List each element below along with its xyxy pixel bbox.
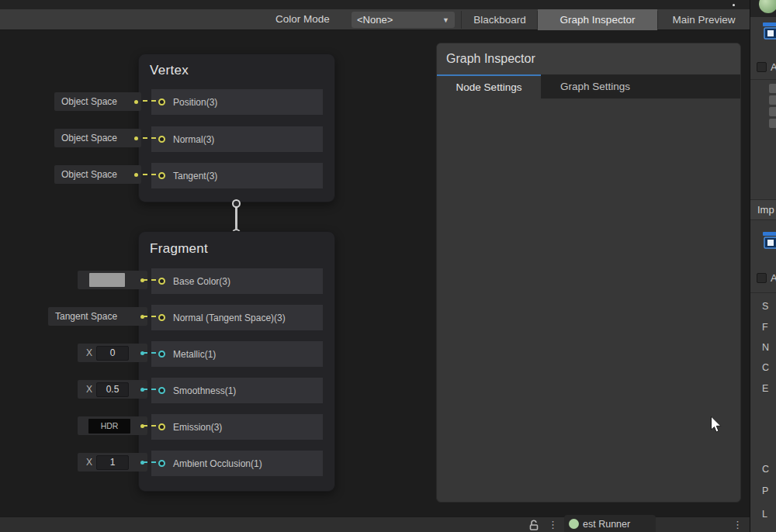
color-mode-value: <None>	[357, 14, 393, 26]
imported-name-label: A	[771, 272, 776, 284]
color-mode-label: Color Mode	[275, 13, 330, 25]
input-port-icon[interactable]	[158, 460, 165, 467]
port-row-normal-ts[interactable]: Normal (Tangent Space)(3)	[151, 305, 323, 330]
port-connector-dash	[143, 425, 156, 427]
status-dot-icon	[569, 519, 579, 529]
inspector-button[interactable]	[769, 95, 776, 105]
port-row-position[interactable]: Position(3)	[151, 89, 323, 115]
position-space-widget[interactable]: Object Space	[54, 92, 141, 111]
port-row-normal[interactable]: Normal(3)	[151, 126, 323, 152]
chevron-down-icon: ▼	[442, 16, 449, 24]
input-port-icon[interactable]	[158, 136, 165, 143]
port-label: Ambient Occlusion(1)	[173, 458, 262, 469]
fragment-node-title: Fragment	[150, 241, 208, 257]
port-label: Normal (Tangent Space)(3)	[173, 313, 286, 323]
property-label: S	[762, 301, 768, 312]
base-color-widget[interactable]	[78, 271, 147, 289]
port-connector-dash	[143, 137, 156, 139]
enabled-checkbox[interactable]	[757, 62, 767, 72]
port-label: Base Color(3)	[173, 276, 230, 287]
shadergraph-asset-icon	[762, 231, 776, 251]
port-connector-dash	[143, 352, 156, 354]
smoothness-value-field[interactable]: 0.5	[96, 382, 129, 397]
stack-edge-top-handle[interactable]	[232, 199, 241, 208]
tab-graph-settings[interactable]: Graph Settings	[541, 74, 650, 98]
space-label: Object Space	[54, 169, 117, 180]
smoothness-value-widget[interactable]: X 0.5	[78, 380, 147, 399]
tangent-space-widget[interactable]: Object Space	[54, 165, 141, 184]
space-label: Tangent Space	[48, 311, 117, 322]
asset-name-label: A	[771, 61, 776, 73]
footer-label: P	[762, 485, 768, 496]
divider	[750, 292, 776, 293]
graph-inspector-panel: Graph Inspector Node Settings Graph Sett…	[436, 43, 741, 503]
status-dot	[733, 4, 735, 6]
normal-space-widget[interactable]: Object Space	[54, 129, 141, 147]
enabled-checkbox[interactable]	[757, 273, 767, 283]
port-row-base-color[interactable]: Base Color(3)	[151, 268, 323, 294]
fragment-node[interactable]: Fragment Base Color(3) Normal (Tangent S…	[138, 231, 335, 492]
port-connector-dash	[143, 316, 156, 317]
metallic-value-field[interactable]: 0	[96, 346, 129, 361]
hdr-color-field[interactable]: HDR	[88, 419, 130, 434]
color-swatch[interactable]	[89, 273, 125, 287]
port-connector-dash	[143, 100, 156, 102]
input-port-icon[interactable]	[158, 278, 165, 285]
inspector-button[interactable]	[769, 107, 776, 116]
footer-label: C	[762, 464, 769, 475]
port-row-tangent[interactable]: Tangent(3)	[151, 163, 323, 188]
port-label: Smoothness(1)	[173, 385, 236, 396]
port-dot-icon	[134, 100, 138, 104]
blackboard-button[interactable]: Blackboard	[462, 9, 537, 30]
port-connector-dash	[143, 279, 156, 281]
vertex-node-title: Vertex	[150, 63, 189, 78]
input-port-icon[interactable]	[158, 172, 165, 179]
vertex-node[interactable]: Vertex Position(3) Normal(3) Tangent(3)	[138, 54, 335, 202]
port-dot-icon	[134, 173, 138, 177]
space-label: Object Space	[54, 96, 117, 107]
input-port-icon[interactable]	[158, 351, 165, 358]
property-label: C	[762, 362, 769, 373]
inspector-button[interactable]	[769, 84, 776, 93]
ambient-occlusion-value-widget[interactable]: X 1	[78, 453, 147, 472]
section-header-label: Imp	[757, 204, 774, 216]
mouse-cursor	[710, 416, 723, 434]
x-prefix-label: X	[86, 384, 92, 395]
graph-inspector-button[interactable]: Graph Inspector	[538, 9, 657, 30]
main-preview-button[interactable]: Main Preview	[658, 9, 750, 30]
port-row-ambient-occlusion[interactable]: Ambient Occlusion(1)	[151, 451, 323, 476]
input-port-icon[interactable]	[158, 314, 165, 321]
port-connector-dash	[143, 174, 156, 175]
port-row-metallic[interactable]: Metallic(1)	[151, 341, 323, 367]
space-label: Object Space	[54, 133, 117, 143]
graph-inspector-header[interactable]: Graph Inspector	[437, 43, 740, 74]
input-port-icon[interactable]	[158, 98, 165, 105]
ambient-occlusion-value-field[interactable]: 1	[96, 455, 129, 470]
toolbar-divider	[461, 11, 462, 29]
x-prefix-label: X	[86, 457, 92, 468]
tab-node-settings[interactable]: Node Settings	[437, 74, 541, 98]
port-label: Normal(3)	[173, 134, 214, 145]
metallic-value-widget[interactable]: X 0	[78, 344, 147, 362]
emission-hdr-widget[interactable]: HDR	[78, 416, 147, 435]
more-options-icon[interactable]: ⋮	[733, 519, 743, 530]
graph-inspector-title: Graph Inspector	[446, 52, 535, 66]
footer-label: L	[762, 509, 767, 520]
test-runner-label: est Runner	[583, 519, 630, 530]
input-port-icon[interactable]	[158, 387, 165, 394]
port-label: Metallic(1)	[173, 349, 216, 360]
port-row-emission[interactable]: Emission(3)	[151, 414, 323, 440]
port-connector-dash	[143, 389, 156, 390]
inspector-button[interactable]	[769, 119, 776, 128]
normal-space-widget[interactable]: Tangent Space	[48, 307, 147, 326]
test-runner-tab[interactable]: est Runner	[564, 515, 656, 532]
imported-object-section-header[interactable]: Imp	[750, 199, 776, 220]
color-mode-dropdown[interactable]: <None> ▼	[352, 12, 455, 28]
input-port-icon[interactable]	[158, 423, 165, 430]
port-label: Tangent(3)	[173, 171, 217, 181]
lock-open-icon[interactable]	[528, 520, 539, 530]
port-row-smoothness[interactable]: Smoothness(1)	[151, 378, 323, 403]
property-label: E	[762, 383, 768, 394]
more-options-icon[interactable]: ⋮	[548, 519, 558, 530]
port-connector-dash	[143, 461, 156, 463]
